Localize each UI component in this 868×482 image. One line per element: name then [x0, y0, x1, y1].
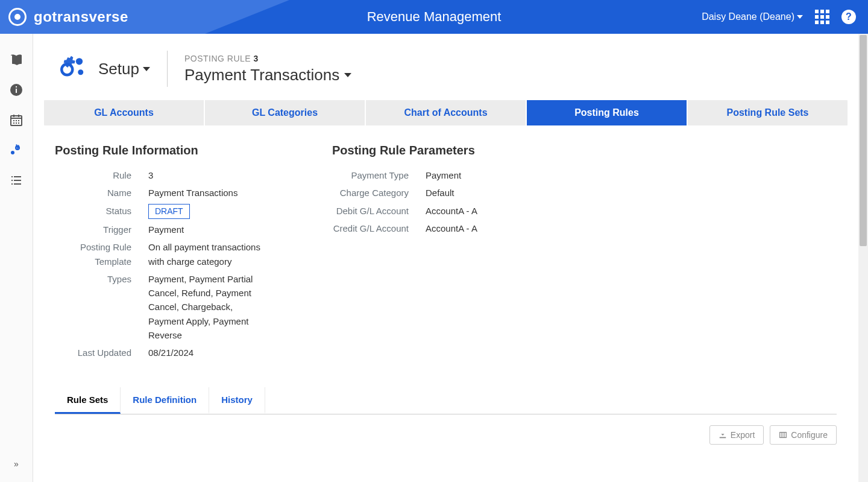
field-label-debit: Debit G/L Account: [332, 204, 426, 218]
tab-posting-rules[interactable]: Posting Rules: [527, 100, 688, 125]
sidebar-expand[interactable]: »: [0, 452, 33, 476]
field-value-credit: AccountA - A: [426, 221, 546, 235]
section-tabs: GL Accounts GL Categories Chart of Accou…: [44, 100, 848, 125]
sidebar: »: [0, 34, 33, 482]
header-accent-slant: [205, 0, 289, 34]
field-value-status: DRAFT: [148, 204, 269, 220]
brand-logo-icon: [8, 8, 27, 26]
field-label-status: Status: [55, 204, 148, 220]
subtab-rule-definition[interactable]: Rule Definition: [121, 387, 209, 414]
posting-rule-info: Posting Rule Information Rule 3 Name Pay…: [55, 144, 296, 363]
svg-point-2: [11, 151, 14, 154]
scrollbar-thumb[interactable]: [860, 35, 867, 246]
breadcrumb-label: POSTING RULE 3: [184, 54, 351, 63]
layout: » Setup POSTING RULE 3: [0, 34, 868, 482]
book-icon: [9, 52, 24, 67]
breadcrumb-id: 3: [254, 54, 259, 63]
apps-grid-icon[interactable]: [815, 10, 829, 24]
detail-subtabs: Rule Sets Rule Definition History: [55, 387, 837, 414]
tab-chart-of-accounts[interactable]: Chart of Accounts: [366, 100, 527, 125]
chevron-down-icon: [797, 15, 803, 19]
export-button[interactable]: Export: [709, 425, 764, 445]
field-label-trigger: Trigger: [55, 223, 148, 236]
field-value-chargecat: Default: [426, 186, 546, 200]
sidebar-item-info[interactable]: [0, 75, 33, 105]
page-title: Revenue Management: [367, 9, 502, 25]
tab-gl-categories[interactable]: GL Categories: [205, 100, 366, 125]
sidebar-item-setup[interactable]: [0, 135, 33, 165]
field-value-debit: AccountA - A: [426, 204, 546, 218]
chevron-down-icon: [143, 67, 150, 71]
page-head: Setup POSTING RULE 3 Payment Transaction…: [44, 34, 848, 100]
breadcrumb-title-dropdown[interactable]: Payment Transactions: [184, 66, 351, 84]
info-row: Posting Rule Information Rule 3 Name Pay…: [44, 144, 848, 363]
breadcrumb-title-text: Payment Transactions: [184, 66, 339, 84]
divider: [167, 51, 168, 87]
brand-name: gotransverse: [34, 8, 128, 25]
field-label-rule: Rule: [55, 168, 148, 182]
info-heading: Posting Rule Information: [55, 144, 296, 157]
empty-message: No Posting Rule Sets have been found for…: [44, 445, 848, 482]
chevron-right-double-icon: »: [14, 459, 19, 469]
field-label-chargecat: Charge Category: [332, 186, 426, 200]
tab-posting-rule-sets[interactable]: Posting Rule Sets: [688, 100, 848, 125]
svg-point-3: [76, 58, 83, 65]
field-value-template: On all payment transactions with charge …: [148, 240, 269, 268]
breadcrumb: POSTING RULE 3 Payment Transactions: [184, 54, 351, 84]
tab-gl-accounts[interactable]: GL Accounts: [44, 100, 205, 125]
field-value-updated: 08/21/2024: [148, 346, 269, 360]
field-label-name: Name: [55, 186, 148, 200]
calendar-icon: [9, 113, 24, 127]
list-icon: [9, 173, 24, 188]
logo-area[interactable]: gotransverse: [0, 8, 128, 26]
posting-rule-params: Posting Rule Parameters Payment Type Pay…: [332, 144, 573, 363]
setup-label-text: Setup: [98, 60, 139, 78]
help-icon[interactable]: ?: [841, 10, 856, 24]
download-icon: [719, 431, 727, 439]
sidebar-item-calendar[interactable]: [0, 105, 33, 135]
configure-label: Configure: [791, 430, 828, 440]
app-header: gotransverse Revenue Management Daisy De…: [0, 0, 868, 34]
field-value-paytype: Payment: [426, 168, 546, 182]
breadcrumb-prefix: POSTING RULE: [184, 54, 251, 63]
user-name: Daisy Deane (Deane): [702, 11, 794, 22]
field-value-trigger: Payment: [148, 223, 269, 236]
svg-point-4: [78, 69, 83, 75]
field-value-name: Payment Transactions: [148, 186, 269, 200]
field-label-credit: Credit G/L Account: [332, 221, 426, 235]
columns-icon: [779, 431, 787, 439]
main-content: Setup POSTING RULE 3 Payment Transaction…: [33, 34, 868, 482]
configure-button[interactable]: Configure: [770, 425, 837, 445]
field-label-types: Types: [55, 272, 148, 342]
sidebar-item-list[interactable]: [0, 165, 33, 195]
export-label: Export: [731, 430, 755, 440]
setup-block: Setup: [55, 52, 150, 86]
field-label-paytype: Payment Type: [332, 168, 426, 182]
status-badge: DRAFT: [148, 204, 190, 220]
setup-dropdown[interactable]: Setup: [98, 60, 150, 78]
subtab-rule-sets[interactable]: Rule Sets: [55, 387, 121, 414]
field-label-template: Posting Rule Template: [55, 240, 148, 268]
sidebar-item-book[interactable]: [0, 45, 33, 75]
field-label-updated: Last Updated: [55, 346, 148, 360]
actions-row: Export Configure: [44, 414, 848, 445]
scrollbar[interactable]: [858, 34, 868, 482]
svg-rect-5: [780, 433, 787, 438]
chevron-down-icon: [344, 73, 351, 77]
info-icon: [9, 83, 24, 97]
gears-large-icon: [55, 52, 87, 86]
subtab-history[interactable]: History: [209, 387, 265, 414]
field-value-rule: 3: [148, 168, 269, 182]
gears-icon: [9, 143, 24, 157]
field-value-types: Payment, Payment Partial Cancel, Refund,…: [148, 272, 269, 342]
header-right: Daisy Deane (Deane) ?: [702, 10, 868, 24]
user-menu[interactable]: Daisy Deane (Deane): [702, 11, 803, 22]
params-heading: Posting Rule Parameters: [332, 144, 573, 157]
